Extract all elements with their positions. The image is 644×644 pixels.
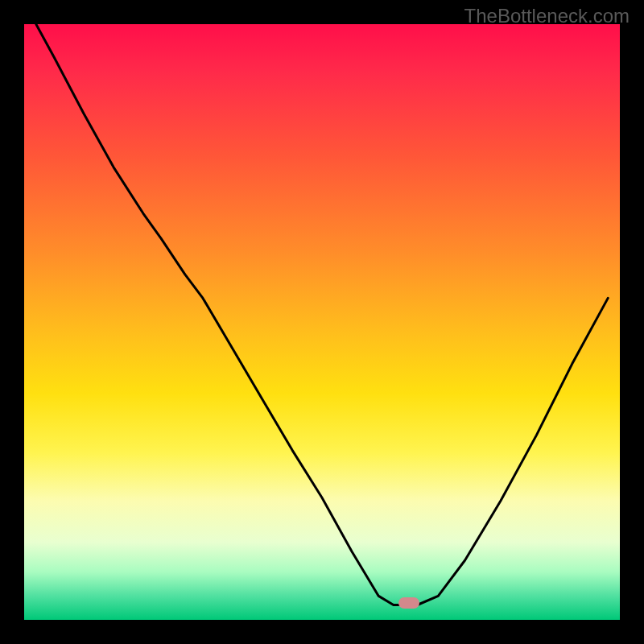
- curve-svg: [24, 24, 620, 620]
- watermark-text: TheBottleneck.com: [464, 5, 630, 27]
- selected-marker: [398, 597, 419, 609]
- plot-area: [24, 24, 620, 620]
- bottleneck-curve-path: [36, 24, 608, 605]
- chart-container: TheBottleneck.com: [0, 0, 644, 644]
